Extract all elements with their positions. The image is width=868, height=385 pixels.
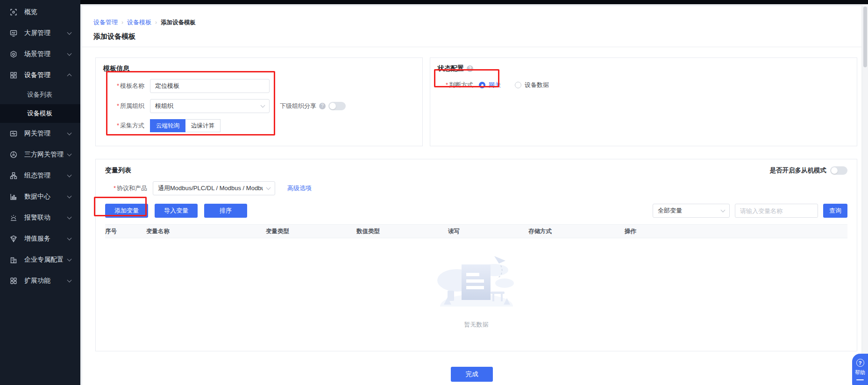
radio-unselected-icon — [515, 82, 521, 88]
table-header-name: 变量名称 — [146, 228, 266, 235]
variable-filter-select[interactable]: 全部变量 — [653, 204, 730, 218]
sidebar-item-device[interactable]: 设备管理 — [0, 64, 80, 86]
sidebar-item-overview[interactable]: 概览 — [0, 1, 80, 22]
sidebar-item-label: 网关管理 — [24, 129, 50, 138]
toolbar-right: 全部变量 查询 — [653, 204, 847, 218]
chevron-down-icon — [67, 235, 72, 240]
data-center-icon — [9, 192, 17, 200]
breadcrumb-separator-icon: › — [155, 19, 157, 26]
org-row: *所属组织 根组织 下级组织分享 ? — [103, 99, 422, 113]
radio-device-data[interactable]: 设备数据 — [515, 81, 549, 89]
template-name-input[interactable] — [150, 79, 270, 93]
sidebar-item-data-center[interactable]: 数据中心 — [0, 186, 80, 207]
sidebar-subitem-label: 设备列表 — [27, 91, 52, 99]
template-name-row: *模板名称 — [103, 79, 422, 93]
sidebar-item-value-service[interactable]: 增值服务 — [0, 228, 80, 249]
table-header-value-type: 数值类型 — [356, 228, 448, 235]
collect-mode-segment: 云端轮询 边缘计算 — [150, 119, 221, 132]
chevron-down-icon — [67, 130, 72, 135]
main-panel: 设备管理 › 设备模板 › 添加设备模板 添加设备模板 模板信息 *模板名称 *… — [82, 6, 861, 385]
finish-button[interactable]: 完成 — [451, 367, 493, 382]
sidebar-item-label: 三方网关管理 — [24, 150, 64, 159]
query-button[interactable]: 查询 — [823, 204, 847, 218]
bigscreen-icon — [9, 29, 17, 37]
sidebar: 概览 大屏管理 场景管理 设备管理 设备列表 设备模板 网关管理 三方网关管理 … — [0, 0, 80, 385]
import-variable-button[interactable]: 导入变量 — [155, 204, 198, 218]
org-label: *所属组织 — [103, 102, 144, 110]
help-button[interactable]: ? 帮助 — [852, 354, 868, 385]
chevron-up-icon — [67, 73, 72, 78]
collect-cloud-polling-button[interactable]: 云端轮询 — [150, 119, 185, 132]
protocol-label: *协议和产品 — [105, 184, 147, 192]
sidebar-item-device-template[interactable]: 设备模板 — [0, 104, 80, 123]
radio-gateway[interactable]: 网关 — [479, 81, 501, 89]
help-label: 帮助 — [855, 369, 865, 376]
required-mark: * — [446, 81, 448, 88]
chevron-down-icon — [67, 151, 72, 156]
sidebar-item-thirdparty-gateway[interactable]: 三方网关管理 — [0, 144, 80, 165]
collect-edge-computing-button[interactable]: 边缘计算 — [185, 119, 221, 132]
required-mark: * — [114, 185, 116, 192]
chevron-down-icon — [67, 193, 72, 198]
judge-mode-label: *判断方式 — [438, 81, 473, 89]
template-info-title: 模板信息 — [103, 64, 422, 73]
breadcrumb-current: 添加设备模板 — [161, 19, 196, 27]
empty-state-text: 暂无数据 — [464, 321, 489, 329]
chevron-down-icon — [721, 208, 726, 213]
required-mark: * — [117, 102, 119, 109]
collect-mode-row: *采集方式 云端轮询 边缘计算 — [103, 119, 422, 132]
sidebar-item-device-list[interactable]: 设备列表 — [0, 86, 80, 104]
sidebar-item-label: 场景管理 — [24, 50, 50, 58]
judge-mode-row: *判断方式 网关 设备数据 — [438, 81, 857, 89]
sort-button[interactable]: 排序 — [204, 204, 247, 218]
org-select-value: 根组织 — [155, 102, 173, 110]
value-service-icon — [9, 235, 17, 242]
sidebar-item-extension[interactable]: 扩展功能 — [0, 270, 80, 291]
chevron-down-icon — [261, 103, 265, 108]
add-variable-button[interactable]: 添加变量 — [105, 204, 148, 218]
chevron-down-icon — [67, 172, 72, 177]
sidebar-item-bigscreen[interactable]: 大屏管理 — [0, 22, 80, 43]
multi-slave-toggle[interactable] — [830, 166, 847, 175]
sidebar-item-enterprise[interactable]: 企业专属配置 — [0, 249, 80, 270]
variable-filter-value: 全部变量 — [658, 207, 682, 215]
collect-mode-label: *采集方式 — [103, 121, 144, 130]
breadcrumb-separator-icon: › — [121, 19, 123, 26]
protocol-select[interactable]: 通用Modbus/PLC/DL / Modbus / Modbus R1 — [153, 181, 275, 195]
sidebar-item-gateway[interactable]: 网关管理 — [0, 123, 80, 144]
sidebar-item-topology[interactable]: 组态管理 — [0, 165, 80, 186]
variable-list-header: 变量列表 是否开启多从机模式 — [105, 166, 847, 175]
sidebar-item-alarm[interactable]: 报警联动 — [0, 207, 80, 228]
variable-toolbar: 添加变量 导入变量 排序 全部变量 查询 — [105, 204, 847, 218]
template-info-section: 模板信息 *模板名称 *所属组织 根组织 下级组织分享 ? *采集方式 云端轮询… — [95, 57, 423, 146]
required-mark: * — [117, 82, 119, 89]
empty-state-illustration — [434, 254, 519, 314]
required-mark: * — [117, 122, 119, 129]
page-title: 添加设备模板 — [93, 32, 135, 41]
toggle-knob — [831, 167, 838, 174]
chevron-down-icon — [67, 51, 72, 56]
chevron-down-icon — [266, 185, 271, 190]
sidebar-item-label: 企业专属配置 — [24, 256, 64, 264]
advanced-options-link[interactable]: 高级选项 — [287, 184, 312, 192]
multi-slave-label: 是否开启多从机模式 — [770, 166, 827, 175]
sidebar-item-label: 概览 — [24, 8, 37, 16]
scrollbar-track[interactable] — [862, 4, 868, 385]
variable-search-input[interactable] — [735, 204, 818, 218]
sidebar-item-label: 报警联动 — [24, 214, 50, 222]
table-header-row: 序号 变量名称 变量类型 数值类型 读写 存储方式 操作 — [105, 224, 847, 238]
share-toggle[interactable] — [328, 102, 346, 110]
variable-list-section: 变量列表 是否开启多从机模式 *协议和产品 通用Modbus/PLC/DL / … — [95, 159, 857, 351]
share-toggle-group: 下级组织分享 ? — [280, 102, 346, 110]
extension-icon — [9, 277, 17, 285]
sidebar-item-label: 增值服务 — [24, 235, 50, 243]
scrollbar-thumb[interactable] — [863, 7, 867, 67]
sidebar-item-scene[interactable]: 场景管理 — [0, 43, 80, 64]
org-select[interactable]: 根组织 — [150, 99, 270, 113]
breadcrumb-device-template[interactable]: 设备模板 — [127, 18, 151, 27]
protocol-row: *协议和产品 通用Modbus/PLC/DL / Modbus / Modbus… — [105, 181, 847, 195]
chevron-down-icon — [67, 30, 72, 35]
breadcrumb-device-management[interactable]: 设备管理 — [93, 18, 118, 27]
top-bar — [80, 0, 868, 4]
title-divider — [82, 47, 861, 47]
